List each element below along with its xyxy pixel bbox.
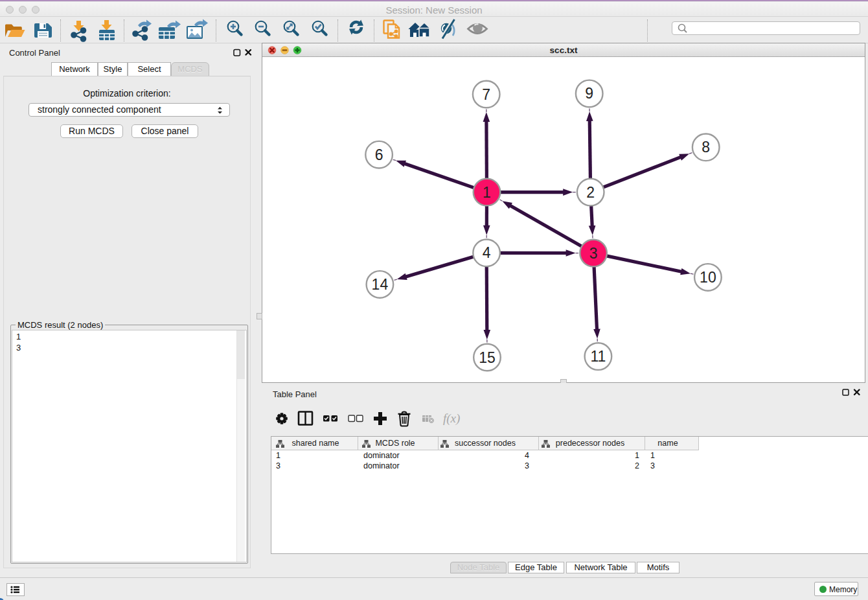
svg-text:15: 15 <box>479 349 496 366</box>
svg-text:3: 3 <box>589 245 598 262</box>
svg-text:8: 8 <box>702 139 710 156</box>
svg-text:7: 7 <box>482 86 490 103</box>
svg-text:9: 9 <box>585 85 593 102</box>
svg-text:f(x): f(x) <box>443 411 460 426</box>
svg-text:11: 11 <box>590 348 606 365</box>
svg-text:1: 1 <box>483 184 491 201</box>
svg-text:2: 2 <box>586 184 595 201</box>
svg-text:4: 4 <box>483 244 491 261</box>
svg-text:14: 14 <box>372 276 389 293</box>
svg-text:10: 10 <box>700 269 716 286</box>
svg-text:6: 6 <box>375 146 383 163</box>
